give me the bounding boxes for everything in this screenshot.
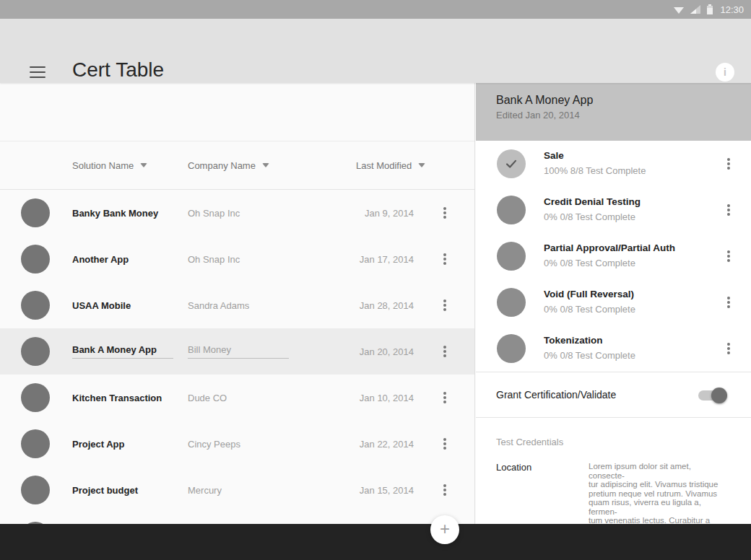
table-row[interactable]: Bank A Money App Bill Money Jan 20, 2014: [0, 328, 474, 375]
test-status: 0% 0/8 Test Complete: [544, 211, 635, 222]
test-name: Credit Denial Testing: [544, 196, 641, 207]
app-bar: Cert Table i: [0, 19, 751, 83]
last-modified: Jan 20, 2014: [296, 346, 414, 357]
table-row[interactable]: Project budget Mercury Jan 15, 2014: [0, 467, 474, 513]
test-overflow-button[interactable]: [721, 203, 736, 217]
company-name: Bill Money: [188, 344, 289, 359]
row-overflow-button[interactable]: [438, 206, 452, 220]
test-overflow-button[interactable]: [721, 249, 736, 263]
solution-name: Project App: [72, 439, 124, 450]
test-name: Sale: [544, 150, 564, 161]
test-avatar: [497, 196, 526, 224]
status-bar: 12:30: [0, 0, 751, 19]
test-avatar: [497, 334, 526, 363]
test-name: Partial Approval/Partial Auth: [544, 242, 675, 253]
table-row[interactable]: Another App Oh Snap Inc Jan 17, 2014: [0, 236, 474, 282]
test-avatar: [497, 242, 526, 271]
avatar: [21, 291, 50, 320]
search-row: [0, 83, 474, 141]
table-row-partial[interactable]: [0, 513, 474, 524]
last-modified: Jan 17, 2014: [296, 254, 414, 265]
grant-toggle[interactable]: [694, 372, 727, 419]
avatar: [21, 383, 50, 412]
menu-icon[interactable]: [30, 66, 45, 78]
column-header-last-modified[interactable]: Last Modified: [356, 141, 425, 189]
info-icon: i: [724, 66, 726, 78]
company-name: Oh Snap Inc: [188, 254, 240, 265]
sort-desc-icon: [418, 163, 425, 167]
test-status: 0% 0/8 Test Complete: [544, 350, 635, 361]
avatar: [21, 245, 50, 274]
company-name: Cincy Peeps: [188, 439, 240, 450]
last-modified: Jan 9, 2014: [296, 208, 414, 219]
table-row[interactable]: Banky Bank Money Oh Snap Inc Jan 9, 2014: [0, 190, 474, 236]
company-name: Sandra Adams: [188, 300, 249, 311]
row-overflow-button[interactable]: [438, 390, 452, 405]
avatar: [21, 476, 50, 504]
test-list: Sale 100% 8/8 Test Complete Credit Denia…: [476, 141, 751, 372]
row-overflow-button[interactable]: [438, 437, 452, 451]
detail-subtitle: Edited Jan 20, 2014: [496, 110, 751, 121]
battery-icon: [706, 4, 713, 15]
app-screen: 12:30 Cert Table i Solution Name Compan: [0, 0, 751, 560]
detail-title: Bank A Money App: [496, 94, 751, 107]
table-row[interactable]: Project App Cincy Peeps Jan 22, 2014: [0, 421, 474, 467]
test-credentials-label: Test Credentials: [496, 437, 751, 447]
test-status: 0% 0/8 Test Complete: [544, 304, 635, 315]
sort-desc-icon: [262, 163, 269, 167]
table-row[interactable]: Kitchen Transaction Dude CO Jan 10, 2014: [0, 375, 474, 421]
test-credentials-section: Test Credentials Location Lorem ipsum do…: [476, 418, 751, 524]
test-avatar: [497, 288, 526, 317]
column-header-solution-name[interactable]: Solution Name: [72, 141, 147, 189]
test-item[interactable]: Partial Approval/Partial Auth 0% 0/8 Tes…: [476, 233, 751, 279]
add-button[interactable]: +: [430, 515, 459, 544]
column-header-company-name[interactable]: Company Name: [188, 141, 269, 189]
solution-name: USAA Mobile: [72, 300, 131, 311]
table-header: Solution Name Company Name Last Modified: [0, 141, 474, 190]
company-name: Oh Snap Inc: [188, 208, 240, 219]
check-icon: [503, 156, 519, 172]
company-name: Dude CO: [188, 393, 227, 403]
test-status: 0% 0/8 Test Complete: [544, 258, 635, 268]
clock: 12:30: [720, 4, 744, 15]
grant-certification-label: Grant Certification/Validate: [496, 389, 616, 401]
wifi-icon: [673, 4, 685, 14]
test-item[interactable]: Tokenization 0% 0/8 Test Complete: [476, 325, 751, 372]
row-overflow-button[interactable]: [438, 252, 452, 266]
test-overflow-button[interactable]: [721, 341, 736, 356]
avatar: [21, 429, 50, 458]
sort-desc-icon: [140, 163, 147, 167]
test-name: Tokenization: [544, 335, 603, 346]
info-button[interactable]: i: [716, 63, 734, 82]
last-modified: Jan 10, 2014: [296, 393, 414, 403]
last-modified: Jan 15, 2014: [296, 485, 414, 496]
toggle-thumb: [711, 388, 727, 403]
plus-icon: +: [440, 520, 450, 538]
row-overflow-button[interactable]: [438, 483, 452, 497]
test-item[interactable]: Credit Denial Testing 0% 0/8 Test Comple…: [476, 187, 751, 233]
solutions-table: Banky Bank Money Oh Snap Inc Jan 9, 2014…: [0, 190, 474, 524]
last-modified: Jan 28, 2014: [296, 300, 414, 311]
test-status: 100% 8/8 Test Complete: [544, 165, 646, 176]
solutions-panel: Solution Name Company Name Last Modified…: [0, 83, 475, 524]
page-title: Cert Table: [72, 58, 164, 82]
row-overflow-button[interactable]: [438, 344, 452, 359]
last-modified: Jan 22, 2014: [296, 439, 414, 450]
solution-name: Project budget: [72, 485, 138, 496]
company-name: Mercury: [188, 485, 222, 496]
test-name: Void (Full Reversal): [544, 289, 634, 299]
detail-panel: Bank A Money App Edited Jan 20, 2014 Sal…: [476, 83, 751, 524]
solution-name: Bank A Money App: [72, 344, 173, 359]
avatar: [21, 198, 50, 227]
avatar: [21, 337, 50, 366]
location-row: Location Lorem ipsum dolor sit amet, con…: [496, 462, 751, 524]
table-row[interactable]: USAA Mobile Sandra Adams Jan 28, 2014: [0, 282, 474, 328]
test-item[interactable]: Void (Full Reversal) 0% 0/8 Test Complet…: [476, 279, 751, 325]
detail-header: Bank A Money App Edited Jan 20, 2014: [476, 83, 751, 141]
test-avatar: [497, 149, 526, 178]
test-item[interactable]: Sale 100% 8/8 Test Complete: [476, 141, 751, 187]
test-overflow-button[interactable]: [721, 157, 736, 171]
solution-name: Kitchen Transaction: [72, 393, 162, 403]
test-overflow-button[interactable]: [721, 295, 736, 310]
row-overflow-button[interactable]: [438, 298, 452, 312]
